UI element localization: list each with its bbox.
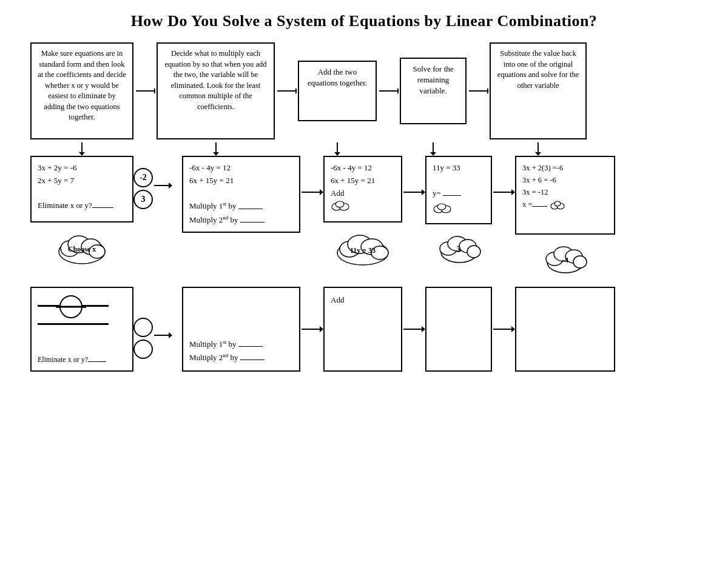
eq2-line4: Multiply 2nd by xyxy=(189,213,293,227)
instruction-row: Make sure equations are in standard form… xyxy=(30,42,716,139)
circle-minus2: -2 xyxy=(133,168,153,187)
example-box-5: 3x + 2(3) =-6 3x + 6 = -6 3x = -12 x = xyxy=(515,156,615,235)
eq1-line3: Eliminate x or y? xyxy=(38,199,126,212)
cloud-3-val: 3 xyxy=(436,229,482,266)
cloud-text-3: 3 xyxy=(457,245,461,255)
svg-point-49 xyxy=(554,201,561,206)
instruction-box-5: Substitute the value back into one of th… xyxy=(490,42,587,139)
instruction-text-1: Make sure equations are in standard form… xyxy=(38,49,126,121)
cloud-text-2: 11y = 33 xyxy=(350,246,376,255)
eq5-line1: 3x + 2(3) =-6 xyxy=(522,162,608,174)
down-arrow-2 xyxy=(157,142,275,156)
practice-box-4 xyxy=(425,287,492,372)
practice-box-2: Multiply 1st by Multiply 2nd by xyxy=(182,287,300,372)
practice-arrow-3-4 xyxy=(402,287,425,372)
example-box-2: -6x - 4y = 12 6x + 15y = 21 Multiply 1st… xyxy=(182,156,300,233)
practice-box-3: Add xyxy=(323,287,402,372)
cloud-text-1: Choose x xyxy=(68,245,96,253)
arrow-2-3 xyxy=(275,85,298,97)
practice-box-1: Eliminate x or y? xyxy=(30,287,133,372)
practice-circles-arrow xyxy=(133,299,182,372)
practice-circles xyxy=(133,318,153,359)
y-decoration xyxy=(433,202,485,218)
down-arrow-3 xyxy=(298,142,377,156)
svg-marker-7 xyxy=(487,88,488,94)
page: How Do You Solve a System of Equations b… xyxy=(0,0,728,562)
example-col-3: -6x - 4y = 12 6x + 15y = 21 Add xyxy=(323,156,402,267)
svg-marker-1 xyxy=(154,88,155,94)
eq5-line4: x = xyxy=(522,198,608,210)
eq5-line2: 3x + 6 = -6 xyxy=(522,174,608,186)
example-col-1: 3x + 2y = -6 2x + 5y = 7 Eliminate x or … xyxy=(30,156,133,267)
circles-arrow: -2 3 xyxy=(133,162,182,209)
practice-col-2: Multiply 1st by Multiply 2nd by xyxy=(182,287,300,372)
cloud-choose-x: Choose x xyxy=(55,227,109,267)
eq5-line3: 3x = -12 xyxy=(522,186,608,198)
practice-row: Eliminate x or y? Multiply 1st by Multip… xyxy=(30,287,716,372)
instruction-box-2: Decide what to multiply each equation by… xyxy=(157,42,275,139)
practice-col-1: Eliminate x or y? xyxy=(30,287,133,372)
example-box-1: 3x + 2y = -6 2x + 5y = 7 Eliminate x or … xyxy=(30,156,133,222)
cloud-4-container: -4 xyxy=(542,239,588,276)
cloud-2-container: 11y = 33 xyxy=(332,227,393,267)
arrow-ex-3-4 xyxy=(402,186,425,198)
example-box-4: 11y = 33 y= xyxy=(425,156,492,224)
arrow-1-2 xyxy=(133,85,157,97)
eq3-line2: 6x + 15y = 21 xyxy=(331,175,395,187)
arrow-ex-4-5 xyxy=(492,186,515,198)
instruction-box-4: Solve for the remaining variable. xyxy=(400,58,467,124)
add-decoration xyxy=(331,199,395,216)
example-box-3: -6x - 4y = 12 6x + 15y = 21 Add xyxy=(323,156,402,222)
svg-point-44 xyxy=(467,246,480,258)
cloud-1-container: Choose x xyxy=(30,227,133,267)
practice-circle-2 xyxy=(133,340,153,359)
down-arrow-1 xyxy=(30,142,133,156)
down-arrow-5 xyxy=(490,142,587,156)
practice-col-4 xyxy=(425,287,492,372)
svg-marker-59 xyxy=(169,332,172,338)
instruction-text-2: Decide what to multiply each equation by… xyxy=(164,49,266,111)
eq2-line2: 6x + 15y = 21 xyxy=(189,175,293,187)
svg-marker-24 xyxy=(169,182,172,189)
practice-arrow-2-3 xyxy=(300,287,323,372)
instruction-text-3: Add the two equations together. xyxy=(308,67,367,87)
cloud-4-val: -4 xyxy=(542,239,588,276)
instruction-text-4: Solve for the remaining variable. xyxy=(413,64,453,95)
practice-arrow-4-5 xyxy=(492,287,515,372)
svg-point-54 xyxy=(573,256,587,268)
down-arrows-row xyxy=(30,142,716,156)
practice-eliminate: Eliminate x or y? xyxy=(38,354,126,366)
circle-3: 3 xyxy=(133,190,153,209)
cloud-text-4: -4 xyxy=(562,255,568,265)
arrow-3-4 xyxy=(377,85,400,97)
practice-add: Add xyxy=(331,294,395,307)
arrow-4-5 xyxy=(467,85,490,97)
svg-point-29 xyxy=(335,201,344,207)
instruction-box-3: Add the two equations together. xyxy=(298,61,377,121)
svg-marker-5 xyxy=(397,88,399,94)
eq1-line2: 2x + 5y = 7 xyxy=(38,175,126,187)
cloud-3-container: 3 xyxy=(436,229,482,266)
practice-col-5 xyxy=(515,287,615,372)
page-title: How Do You Solve a System of Equations b… xyxy=(12,12,716,30)
practice-multiply1: Multiply 1st by xyxy=(189,338,293,351)
eq4-line2: y= xyxy=(433,187,485,200)
arrow-ex-2-3 xyxy=(300,186,323,198)
eq1-line1: 3x + 2y = -6 xyxy=(38,162,126,175)
example-col-2: -6x - 4y = 12 6x + 15y = 21 Multiply 1st… xyxy=(182,156,300,233)
practice-col-3: Add xyxy=(323,287,402,372)
example-col-4: 11y = 33 y= xyxy=(425,156,492,266)
practice-multiply2: Multiply 2nd by xyxy=(189,351,293,364)
eq3-add: Add xyxy=(331,187,395,200)
multiplier-circles: -2 3 xyxy=(133,168,153,209)
eq2-line1: -6x - 4y = 12 xyxy=(189,162,293,175)
eq4-line1: 11y = 33 xyxy=(433,162,485,175)
svg-marker-3 xyxy=(295,88,297,94)
practice-box-5 xyxy=(515,287,615,372)
example-row: 3x + 2y = -6 2x + 5y = 7 Eliminate x or … xyxy=(30,156,716,276)
eq3-line1: -6x - 4y = 12 xyxy=(331,162,395,175)
practice-circle-1 xyxy=(133,318,153,337)
instruction-box-1: Make sure equations are in standard form… xyxy=(30,42,133,139)
example-col-5: 3x + 2(3) =-6 3x + 6 = -6 3x = -12 x = xyxy=(515,156,615,276)
svg-point-39 xyxy=(437,204,446,210)
